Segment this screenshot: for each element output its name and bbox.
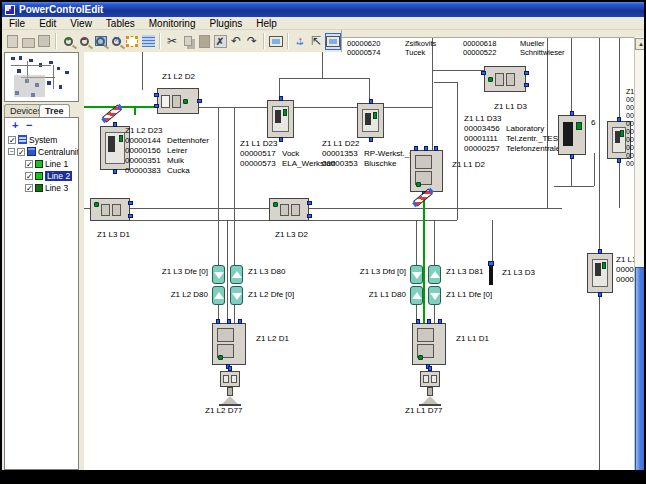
menu-item-tables[interactable]: Tables bbox=[99, 18, 142, 29]
menu-item-monitoring[interactable]: Monitoring bbox=[142, 18, 203, 29]
monitor-mode-icon[interactable] bbox=[325, 33, 341, 50]
tree-item-line1[interactable]: ✓ Line 1 bbox=[25, 158, 68, 169]
tree-item-system[interactable]: ✓ System bbox=[8, 134, 57, 145]
undo-icon[interactable]: ↶ bbox=[229, 33, 243, 50]
node-label: Z1 L1 D3 bbox=[494, 102, 527, 111]
repeater-node[interactable] bbox=[410, 286, 423, 305]
tree-remove-button[interactable]: − bbox=[26, 119, 32, 131]
info-row: 00000257Telefonzentrale bbox=[464, 144, 563, 154]
zoom-window-icon[interactable] bbox=[93, 33, 107, 50]
node-label: Z1 L3 D81 bbox=[446, 267, 483, 276]
wire bbox=[234, 107, 235, 265]
device-node[interactable] bbox=[90, 198, 130, 221]
diagram-canvas[interactable]: 00000620Zsifkovits00000618Mueller0000057… bbox=[84, 37, 634, 470]
scroll-up-button[interactable]: ▲ bbox=[635, 38, 644, 50]
zoom-out-icon[interactable]: − bbox=[77, 33, 91, 50]
device-node[interactable] bbox=[488, 261, 494, 285]
device-node[interactable] bbox=[412, 323, 446, 365]
repeater-node[interactable] bbox=[230, 265, 243, 284]
wire bbox=[234, 305, 235, 323]
device-node[interactable] bbox=[558, 115, 586, 155]
repeater-node[interactable] bbox=[410, 265, 423, 284]
device-node[interactable] bbox=[220, 371, 242, 407]
centralunit-icon bbox=[27, 147, 36, 156]
device-node[interactable] bbox=[157, 88, 199, 114]
wire bbox=[279, 78, 369, 79]
tab-tree[interactable]: Tree bbox=[39, 104, 70, 117]
toolbar: + − ¼ ✂ ✗ ↶ ↷ ↔↕ ⇱ bbox=[2, 30, 342, 52]
collapse-icon[interactable]: − bbox=[8, 148, 15, 155]
grid-toggle-icon[interactable] bbox=[141, 33, 155, 50]
vertical-scrollbar[interactable]: ▲ bbox=[634, 37, 644, 470]
tree-item-line2[interactable]: ✓ Line 2 bbox=[25, 170, 72, 181]
info-row: 00000144Dettenhofer bbox=[125, 136, 209, 146]
repeater-node[interactable] bbox=[428, 265, 441, 284]
device-node[interactable] bbox=[484, 66, 526, 92]
zoom-dynamic-icon[interactable]: ¼ bbox=[109, 33, 123, 50]
info-row: 00 bbox=[626, 136, 634, 144]
device-node[interactable] bbox=[420, 371, 442, 407]
node-label: Z1 L1 Dfe [0] bbox=[446, 290, 492, 299]
device-info-list: 00000620Zsifkovits00000618Mueller0000057… bbox=[347, 40, 565, 57]
wire-active bbox=[423, 188, 425, 323]
delete-icon[interactable]: ✗ bbox=[213, 33, 227, 50]
toolbar-separator bbox=[55, 33, 57, 49]
copy-icon[interactable] bbox=[181, 33, 195, 50]
menu-item-file[interactable]: File bbox=[2, 18, 32, 29]
wire bbox=[492, 220, 493, 261]
pan-move-icon[interactable]: ↔↕ bbox=[293, 33, 307, 50]
device-info-block: Z1 L1 D33 00003456Laboratory00001111Tel.… bbox=[464, 114, 563, 154]
device-node[interactable] bbox=[267, 100, 294, 138]
device-node[interactable] bbox=[357, 103, 384, 138]
info-row: 00 bbox=[626, 112, 634, 120]
new-file-icon[interactable] bbox=[5, 33, 19, 50]
checkbox-checked-icon[interactable]: ✓ bbox=[25, 160, 33, 168]
wire bbox=[599, 38, 600, 253]
menu-item-plugins[interactable]: Plugins bbox=[202, 18, 249, 29]
select-move-icon[interactable]: ⇱ bbox=[309, 33, 323, 50]
overview-minimap[interactable] bbox=[4, 52, 79, 102]
node-label: Z1 L1 D1 bbox=[456, 334, 489, 343]
device-node[interactable] bbox=[410, 150, 443, 192]
redo-icon[interactable]: ↷ bbox=[245, 33, 259, 50]
repeater-node[interactable] bbox=[212, 286, 225, 305]
tree-add-button[interactable]: + bbox=[12, 119, 18, 131]
menu-item-help[interactable]: Help bbox=[249, 18, 284, 29]
wire bbox=[84, 208, 562, 209]
wire bbox=[571, 38, 572, 115]
checkbox-checked-icon[interactable]: ✓ bbox=[17, 148, 25, 156]
wire bbox=[227, 220, 228, 323]
device-node[interactable] bbox=[587, 253, 613, 293]
clipped-info-column: Z1000000000000000000 bbox=[626, 88, 634, 168]
node-label: Z1 L3 D1 bbox=[97, 230, 130, 239]
sidebar: Devices Tree + − ✓ System − ✓ Centraluni… bbox=[2, 52, 82, 470]
checkbox-checked-icon[interactable]: ✓ bbox=[25, 172, 33, 180]
node-label: Z1 L2 Dfe [0] bbox=[248, 290, 294, 299]
repeater-node[interactable] bbox=[428, 286, 441, 305]
title-bar[interactable]: PowerControlEdit bbox=[2, 2, 644, 17]
preview-monitor-icon[interactable] bbox=[269, 33, 283, 50]
menu-item-edit[interactable]: Edit bbox=[32, 18, 63, 29]
scrollbar-thumb[interactable] bbox=[635, 267, 644, 470]
info-row: 00000351Muik bbox=[125, 156, 209, 166]
repeater-node[interactable] bbox=[212, 265, 225, 284]
system-icon bbox=[18, 135, 27, 144]
minimap-viewport[interactable] bbox=[14, 75, 45, 97]
device-node[interactable] bbox=[212, 323, 246, 365]
cut-icon[interactable]: ✂ bbox=[165, 33, 179, 50]
checkbox-checked-icon[interactable]: ✓ bbox=[25, 184, 33, 192]
checkbox-checked-icon[interactable]: ✓ bbox=[8, 136, 16, 144]
save-icon[interactable] bbox=[37, 33, 51, 50]
repeater-node[interactable] bbox=[230, 286, 243, 305]
zoom-in-icon[interactable]: + bbox=[61, 33, 75, 50]
device-info-block: Z1 L1 D 00000170000017 bbox=[616, 255, 634, 285]
window-title: PowerControlEdit bbox=[19, 4, 103, 15]
node-label: Z1 L1 D77 bbox=[405, 406, 442, 415]
snap-selection-icon[interactable] bbox=[125, 33, 139, 50]
device-node[interactable] bbox=[269, 198, 309, 221]
open-file-icon[interactable] bbox=[21, 33, 35, 50]
tree-item-centralunit[interactable]: − ✓ Centralunit 1 bbox=[8, 146, 79, 157]
paste-icon[interactable] bbox=[197, 33, 211, 50]
menu-item-view[interactable]: View bbox=[63, 18, 99, 29]
tree-item-line3[interactable]: ✓ Line 3 bbox=[25, 182, 68, 193]
